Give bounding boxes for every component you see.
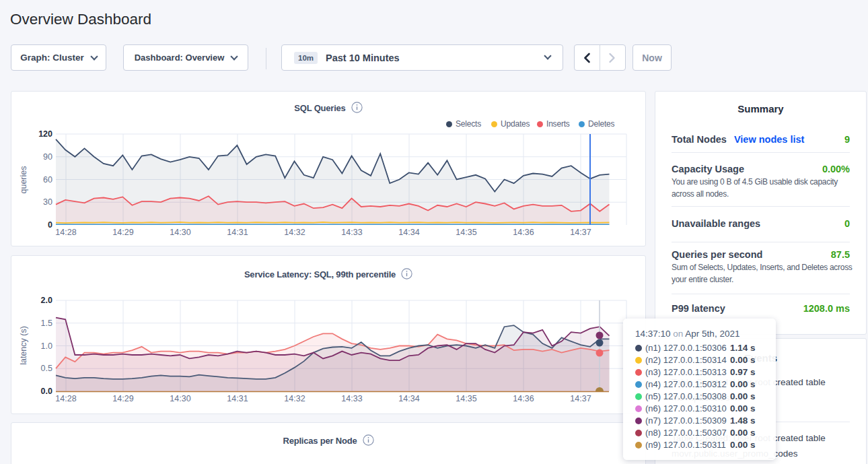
svg-text:14:36: 14:36 [513,228,534,237]
svg-text:14:35: 14:35 [456,228,476,237]
svg-text:14:30: 14:30 [170,228,190,237]
svg-text:14:29: 14:29 [112,394,133,403]
svg-text:14:28: 14:28 [55,394,76,403]
svg-text:14:37: 14:37 [570,394,591,403]
svg-text:14:32: 14:32 [284,228,305,237]
svg-text:14:33: 14:33 [341,228,362,237]
svg-text:14:35: 14:35 [456,394,476,403]
svg-text:14:28: 14:28 [55,228,76,237]
svg-text:14:32: 14:32 [284,394,305,403]
svg-text:14:36: 14:36 [513,394,534,403]
svg-text:14:33: 14:33 [341,394,362,403]
svg-text:14:34: 14:34 [398,394,419,403]
svg-text:14:31: 14:31 [227,394,248,403]
svg-text:14:30: 14:30 [170,394,190,403]
svg-text:14:31: 14:31 [227,228,248,237]
svg-text:14:37: 14:37 [570,228,591,237]
svg-text:14:29: 14:29 [112,228,133,237]
svg-text:14:34: 14:34 [398,228,419,237]
